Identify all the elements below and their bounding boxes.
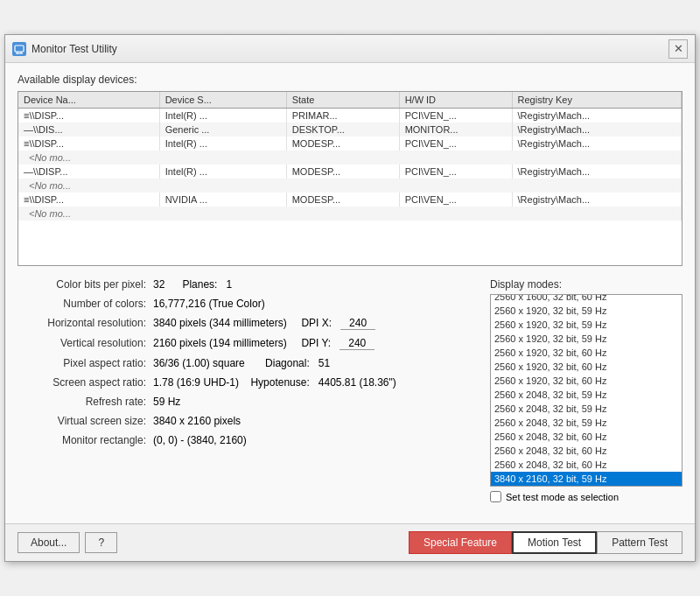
table-row[interactable]: —\\DIS...Generic ...DESKTOP...MONITOR...… xyxy=(18,123,682,137)
diagonal-value: 51 xyxy=(318,357,330,369)
vert-res-label: Vertical resolution: xyxy=(18,337,153,349)
color-bits-label: Color bits per pixel: xyxy=(18,278,153,291)
table-row[interactable]: ≡\\DISP...NVIDIA ...MODESP...PCI\VEN_...… xyxy=(18,193,682,207)
num-colors-label: Number of colors: xyxy=(18,298,153,310)
display-mode-item[interactable]: 2560 x 2048, 32 bit, 60 Hz xyxy=(491,430,682,444)
title-bar: Monitor Test Utility ✕ xyxy=(5,35,695,63)
col-device-name: Device Na... xyxy=(18,92,159,109)
table-sub-row: <No mo... xyxy=(18,151,682,165)
table-row[interactable]: ≡\\DISP...Intel(R) ...PRIMAR...PCI\VEN_.… xyxy=(18,109,682,123)
col-device-s: Device S... xyxy=(159,92,286,109)
num-colors-value: 16,777,216 (True Color) xyxy=(153,298,481,310)
pattern-test-button[interactable]: Pattern Test xyxy=(597,531,682,554)
display-mode-item[interactable]: 2560 x 2048, 32 bit, 59 Hz xyxy=(491,388,682,402)
display-mode-item[interactable]: 2560 x 1920, 32 bit, 60 Hz xyxy=(491,360,682,374)
display-mode-item[interactable]: 2560 x 1920, 32 bit, 59 Hz xyxy=(491,332,682,346)
table-row[interactable]: —\\DISP...Intel(R) ...MODESP...PCI\VEN_.… xyxy=(18,165,682,179)
bottom-bar: About... ? Special Feature Motion Test P… xyxy=(5,523,695,561)
bottom-left-buttons: About... ? xyxy=(18,532,117,553)
dpi-y-value: 240 xyxy=(340,337,374,350)
table-sub-row: <No mo... xyxy=(18,179,682,193)
screen-aspect-row: Screen aspect ratio: 1.78 (16:9 UHD-1) H… xyxy=(18,376,481,389)
horiz-res-row: Horizontal resolution: 3840 pixels (344 … xyxy=(18,317,481,330)
display-modes-label: Display modes: xyxy=(490,278,682,291)
table-row[interactable]: ≡\\DISP...Intel(R) ...MODESP...PCI\VEN_.… xyxy=(18,137,682,151)
info-section: Color bits per pixel: 32 Planes: 1 Numbe… xyxy=(18,278,682,502)
svg-rect-0 xyxy=(15,46,24,52)
refresh-label: Refresh rate: xyxy=(18,396,153,408)
set-test-mode-checkbox[interactable] xyxy=(490,491,501,502)
color-bits-row: Color bits per pixel: 32 Planes: 1 xyxy=(18,278,481,291)
about-button[interactable]: About... xyxy=(18,532,80,553)
display-mode-item[interactable]: 2560 x 2048, 32 bit, 59 Hz xyxy=(491,402,682,416)
pixel-aspect-label: Pixel aspect ratio: xyxy=(18,357,153,369)
virtual-size-value: 3840 x 2160 pixels xyxy=(153,415,481,427)
test-buttons: Special Feature Motion Test Pattern Test xyxy=(409,531,682,554)
refresh-row: Refresh rate: 59 Hz xyxy=(18,396,481,408)
horiz-res-label: Horizontal resolution: xyxy=(18,317,153,329)
display-mode-item[interactable]: 2560 x 1920, 32 bit, 60 Hz xyxy=(491,374,682,388)
vert-res-row: Vertical resolution: 2160 pixels (194 mi… xyxy=(18,337,481,350)
title-bar-left: Monitor Test Utility xyxy=(12,42,117,56)
display-modes-section: Display modes: 2560 x 1600, 32 bit, 60 H… xyxy=(490,278,682,502)
col-hwid: H/W ID xyxy=(399,92,512,109)
virtual-size-label: Virtual screen size: xyxy=(18,415,153,427)
window-title: Monitor Test Utility xyxy=(32,43,117,55)
color-bits-value: 32 Planes: 1 xyxy=(153,278,481,291)
info-left: Color bits per pixel: 32 Planes: 1 Numbe… xyxy=(18,278,481,502)
device-table: Device Na... Device S... State H/W ID Re… xyxy=(18,92,682,221)
refresh-value: 59 Hz xyxy=(153,396,481,408)
num-colors-row: Number of colors: 16,777,216 (True Color… xyxy=(18,298,481,310)
display-mode-item[interactable]: 2560 x 2048, 32 bit, 59 Hz xyxy=(491,416,682,430)
horiz-res-value: 3840 pixels (344 millimeters) DPI X: 240 xyxy=(153,317,481,330)
main-window: Monitor Test Utility ✕ Available display… xyxy=(4,34,696,562)
monitor-rect-row: Monitor rectangle: (0, 0) - (3840, 2160) xyxy=(18,434,481,446)
monitor-rect-value: (0, 0) - (3840, 2160) xyxy=(153,434,481,446)
screen-aspect-value: 1.78 (16:9 UHD-1) Hypotenuse: 4405.81 (1… xyxy=(153,376,481,389)
vert-res-value: 2160 pixels (194 millimeters) DPI Y: 240 xyxy=(153,337,481,350)
hypotenuse-value: 4405.81 (18.36") xyxy=(318,376,396,389)
pixel-aspect-value: 36/36 (1.00) square Diagonal: 51 xyxy=(153,357,481,369)
col-state: State xyxy=(286,92,399,109)
pixel-aspect-row: Pixel aspect ratio: 36/36 (1.00) square … xyxy=(18,357,481,369)
virtual-size-row: Virtual screen size: 3840 x 2160 pixels xyxy=(18,415,481,427)
device-table-wrapper: Device Na... Device S... State H/W ID Re… xyxy=(18,91,682,266)
display-modes-list[interactable]: 2560 x 1600, 32 bit, 60 Hz2560 x 1600, 3… xyxy=(490,294,682,487)
display-mode-selected-item[interactable]: 3840 x 2160, 32 bit, 59 Hz xyxy=(491,472,682,486)
display-mode-item[interactable]: 2560 x 1600, 32 bit, 60 Hz xyxy=(491,294,682,304)
monitor-rect-label: Monitor rectangle: xyxy=(18,434,153,446)
display-mode-item[interactable]: 2560 x 1920, 32 bit, 60 Hz xyxy=(491,346,682,360)
app-icon xyxy=(12,42,26,56)
available-devices-label: Available display devices: xyxy=(18,74,682,86)
main-content: Available display devices: Device Na... … xyxy=(5,63,695,513)
display-mode-item[interactable]: 2560 x 1920, 32 bit, 59 Hz xyxy=(491,318,682,332)
special-feature-button[interactable]: Special Feature xyxy=(409,531,512,554)
screen-aspect-label: Screen aspect ratio: xyxy=(18,376,153,389)
table-sub-row: <No mo... xyxy=(18,207,682,221)
close-button[interactable]: ✕ xyxy=(668,39,688,59)
display-mode-item[interactable]: 2560 x 1920, 32 bit, 59 Hz xyxy=(491,304,682,318)
display-mode-item[interactable]: 2560 x 2048, 32 bit, 60 Hz xyxy=(491,458,682,472)
table-header-row: Device Na... Device S... State H/W ID Re… xyxy=(18,92,682,109)
col-registry: Registry Key xyxy=(512,92,681,109)
motion-test-button[interactable]: Motion Test xyxy=(512,531,597,554)
set-test-mode-row: Set test mode as selection xyxy=(490,491,682,502)
display-mode-item[interactable]: 2560 x 2048, 32 bit, 60 Hz xyxy=(491,444,682,458)
help-button[interactable]: ? xyxy=(85,532,117,553)
set-test-mode-label[interactable]: Set test mode as selection xyxy=(506,492,619,502)
dpi-x-value: 240 xyxy=(340,317,375,330)
